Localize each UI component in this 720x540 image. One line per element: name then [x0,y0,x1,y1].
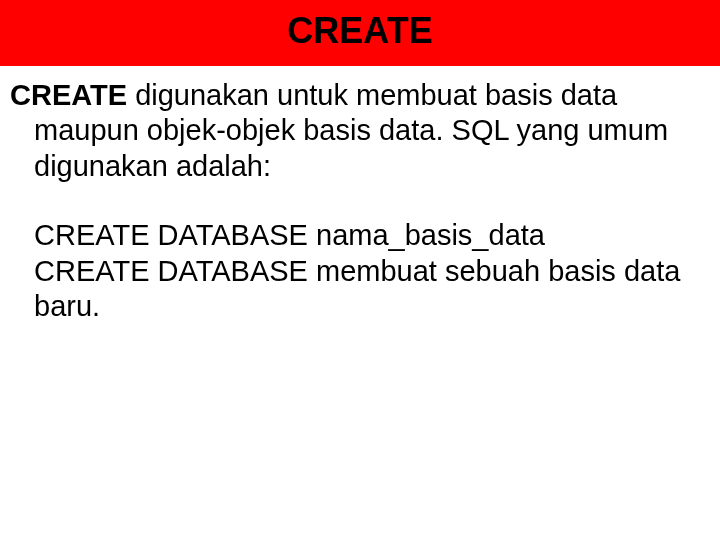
keyword-create: CREATE [10,79,127,111]
slide-body: CREATE digunakan untuk membuat basis dat… [0,66,720,324]
code-line-2: CREATE DATABASE membuat sebuah basis dat… [34,254,692,325]
code-line-1: CREATE DATABASE nama_basis_data [34,218,692,253]
paragraph-1: CREATE digunakan untuk membuat basis dat… [10,78,692,184]
slide-title: CREATE [0,10,720,52]
slide-header: CREATE [0,0,720,66]
paragraph-1-text: digunakan untuk membuat basis data maupu… [34,79,668,182]
paragraph-2: CREATE DATABASE nama_basis_data CREATE D… [10,218,692,324]
